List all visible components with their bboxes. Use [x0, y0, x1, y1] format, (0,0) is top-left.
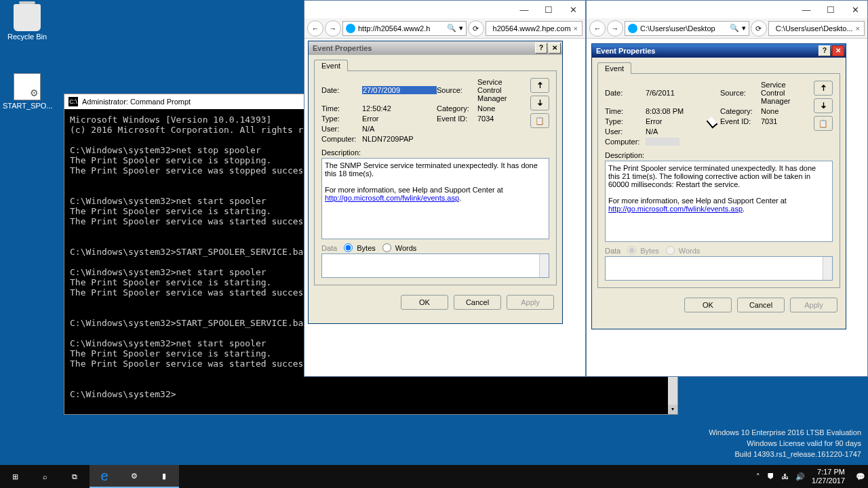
- tray-volume-icon[interactable]: 🔊: [795, 472, 805, 481]
- maximize-button[interactable]: ☐: [818, 5, 843, 15]
- label-source: Source:: [720, 89, 761, 97]
- browser-toolbar: ← → C:\Users\user\Desktop 🔍 ▾ ⟳ C:\Users…: [587, 18, 867, 39]
- previous-event-button[interactable]: 🠅: [530, 78, 549, 93]
- browser-tab[interactable]: h20564.www2.hpe.com ×: [486, 21, 583, 36]
- recycle-bin-icon: [14, 4, 41, 31]
- label-data: Data: [321, 244, 337, 252]
- dialog-title-bar[interactable]: Event Properties ? ✕: [592, 44, 846, 58]
- cancel-button[interactable]: Cancel: [454, 295, 501, 310]
- value-date: 7/6/2011: [646, 89, 720, 97]
- value-category: None: [761, 107, 808, 115]
- forward-button[interactable]: →: [607, 20, 623, 37]
- previous-event-button[interactable]: 🠅: [814, 81, 833, 96]
- scrollbar[interactable]: [823, 257, 832, 280]
- url-text: C:\Users\user\Desktop: [640, 24, 715, 33]
- label-category: Category:: [720, 107, 761, 115]
- search-icon[interactable]: 🔍: [447, 24, 456, 33]
- scrollbar[interactable]: [539, 254, 549, 277]
- maximize-button[interactable]: ☐: [536, 5, 561, 15]
- browser-tab[interactable]: C:\Users\user\Deskto... ×: [768, 21, 865, 36]
- address-bar[interactable]: http://h20564.www2.h 🔍 ▾: [342, 21, 467, 36]
- ie-icon: [628, 24, 637, 33]
- radio-words[interactable]: [382, 243, 391, 252]
- windows-watermark: Windows 10 Enterprise 2016 LTSB Evaluati…: [709, 427, 861, 460]
- taskbar-cmd[interactable]: ▮: [149, 465, 179, 488]
- value-computer: NLDN7209PAP: [362, 135, 437, 143]
- data-box[interactable]: [605, 256, 833, 281]
- minimize-button[interactable]: —: [794, 5, 818, 15]
- apply-button[interactable]: Apply: [790, 298, 837, 312]
- tab-event[interactable]: Event: [314, 60, 348, 71]
- dialog-title-bar[interactable]: Event Properties ? ✕: [309, 41, 562, 55]
- value-computer: [646, 138, 679, 146]
- url-text: http://h20564.www2.h: [358, 24, 430, 33]
- notifications-icon[interactable]: 💬: [856, 472, 865, 481]
- dropdown-icon[interactable]: ▾: [742, 24, 746, 33]
- close-button[interactable]: ✕: [561, 5, 585, 15]
- taskbar-settings[interactable]: ⚙: [119, 465, 149, 488]
- window-title-bar[interactable]: — ☐ ✕: [587, 1, 867, 18]
- refresh-button[interactable]: ⟳: [751, 20, 767, 37]
- next-event-button[interactable]: 🠇: [530, 96, 549, 110]
- radio-bytes[interactable]: [344, 243, 353, 252]
- label-time: Time:: [605, 107, 646, 115]
- copy-button[interactable]: 📋: [814, 116, 833, 131]
- data-box[interactable]: [321, 253, 549, 278]
- description-text[interactable]: The SNMP Service service terminated unex…: [321, 158, 549, 239]
- label-eventid: Event ID:: [437, 115, 477, 123]
- help-link[interactable]: http://go.microsoft.com/fwlink/events.as…: [325, 194, 459, 202]
- minimize-button[interactable]: —: [512, 5, 536, 15]
- close-button[interactable]: ✕: [843, 5, 867, 15]
- label-source: Source:: [437, 86, 477, 94]
- radio-bytes[interactable]: [627, 246, 636, 255]
- close-tab-icon[interactable]: ×: [574, 24, 578, 33]
- tray-chevron-icon[interactable]: ˄: [756, 472, 760, 481]
- window-title: Administrator: Command Prompt: [82, 98, 191, 106]
- close-tab-icon[interactable]: ×: [856, 24, 860, 33]
- value-date[interactable]: 27/07/2009: [362, 86, 437, 94]
- radio-words[interactable]: [666, 246, 675, 255]
- tray-shield-icon[interactable]: ⛊: [767, 472, 774, 481]
- back-button[interactable]: ←: [307, 20, 323, 37]
- copy-button[interactable]: 📋: [530, 113, 549, 128]
- description-text[interactable]: The Print Spooler service terminated une…: [605, 161, 833, 242]
- desktop-icon-label: Recycle Bin: [3, 33, 52, 41]
- desktop-icon-recycle-bin[interactable]: Recycle Bin: [3, 4, 52, 41]
- tray-network-icon[interactable]: 🖧: [781, 472, 789, 481]
- dialog-tabs: Event: [592, 58, 846, 73]
- window-title-bar[interactable]: — ☐ ✕: [304, 1, 585, 18]
- value-time: 8:03:08 PM: [646, 107, 720, 115]
- task-view-button[interactable]: ⧉: [60, 465, 90, 488]
- value-category: None: [477, 104, 525, 113]
- next-event-button[interactable]: 🠇: [814, 98, 833, 113]
- ok-button[interactable]: OK: [401, 295, 448, 310]
- taskbar-clock[interactable]: 7:17 PM 1/27/2017: [812, 468, 849, 485]
- scroll-down-icon[interactable]: ▾: [668, 405, 677, 414]
- address-bar[interactable]: C:\Users\user\Desktop 🔍 ▾: [625, 21, 749, 36]
- help-link[interactable]: http://go.microsoft.com/fwlink/events.as…: [608, 205, 743, 213]
- event-properties-dialog-2: Event Properties ? ✕ Event 🠅 🠇 📋 Date: 7…: [591, 43, 846, 329]
- desktop-icon-bat-file[interactable]: START_SPO...: [3, 73, 52, 110]
- forward-button[interactable]: →: [325, 20, 341, 37]
- taskbar-ie[interactable]: e: [90, 465, 119, 488]
- refresh-button[interactable]: ⟳: [468, 20, 484, 37]
- label-data: Data: [605, 247, 620, 255]
- ok-button[interactable]: OK: [684, 298, 732, 312]
- label-type: Type:: [321, 115, 362, 123]
- label-computer: Computer:: [321, 135, 362, 143]
- close-button[interactable]: ✕: [549, 43, 561, 54]
- value-type: Error: [646, 117, 720, 125]
- search-icon[interactable]: 🔍: [730, 24, 739, 33]
- help-button[interactable]: ?: [818, 45, 831, 56]
- label-eventid: Event ID:: [720, 117, 761, 125]
- close-button[interactable]: ✕: [832, 45, 844, 56]
- event-properties-dialog-1: Event Properties ? ✕ Event 🠅 🠇 📋 Date: 2…: [308, 41, 563, 324]
- start-button[interactable]: ⊞: [0, 465, 30, 488]
- search-button[interactable]: ⌕: [30, 465, 60, 488]
- cancel-button[interactable]: Cancel: [737, 298, 785, 312]
- help-button[interactable]: ?: [535, 43, 547, 54]
- tab-event[interactable]: Event: [597, 62, 631, 74]
- apply-button[interactable]: Apply: [507, 295, 554, 310]
- dropdown-icon[interactable]: ▾: [459, 24, 463, 33]
- back-button[interactable]: ←: [589, 20, 606, 37]
